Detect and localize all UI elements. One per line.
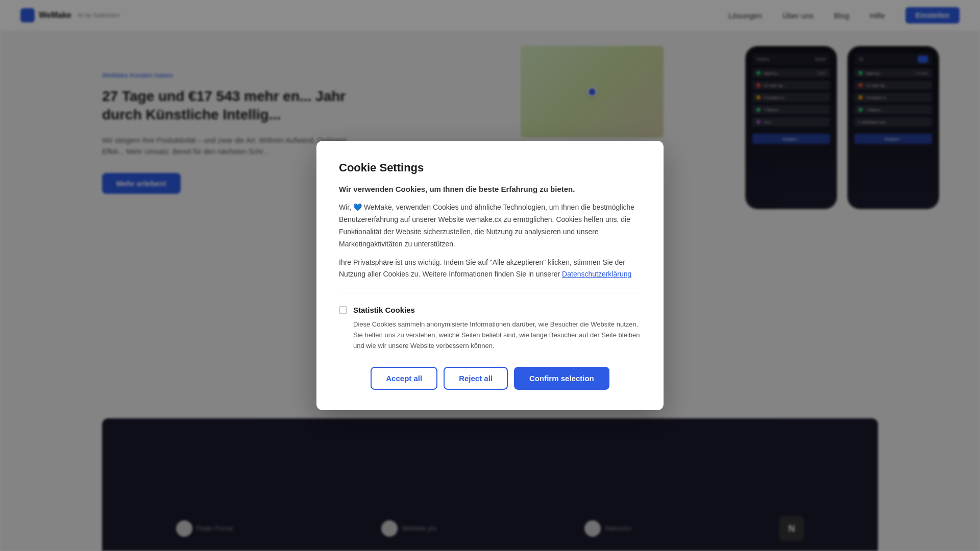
modal-description-2: Ihre Privatsphäre ist uns wichtig. Indem… [339,257,641,281]
modal-title: Cookie Settings [339,161,641,174]
reject-all-button[interactable]: Reject all [444,367,508,390]
cookie-modal: Cookie Settings Wir verwenden Cookies, u… [316,141,664,410]
accept-all-button[interactable]: Accept all [371,367,437,390]
modal-divider [339,293,641,293]
cookie-section-statistics: Statistik Cookies Diese Cookies sammeln … [339,306,641,351]
statistics-description: Diese Cookies sammeln anonymisierte Info… [339,319,641,351]
confirm-selection-button[interactable]: Confirm selection [514,367,609,390]
modal-overlay: Cookie Settings Wir verwenden Cookies, u… [0,0,980,551]
modal-buttons: Accept all Reject all Confirm selection [339,367,641,390]
cookie-section-header: Statistik Cookies [339,306,641,314]
modal-description-1: Wir, 💙 WeMake, verwenden Cookies und ähn… [339,202,641,250]
privacy-link[interactable]: Datenschutzerklärung [562,270,631,278]
statistics-checkbox[interactable] [339,306,347,314]
modal-desc-text-1: Wir, 💙 WeMake, verwenden Cookies und ähn… [339,203,634,247]
statistics-title: Statistik Cookies [353,306,415,314]
modal-intro: Wir verwenden Cookies, um Ihnen die best… [339,185,641,193]
